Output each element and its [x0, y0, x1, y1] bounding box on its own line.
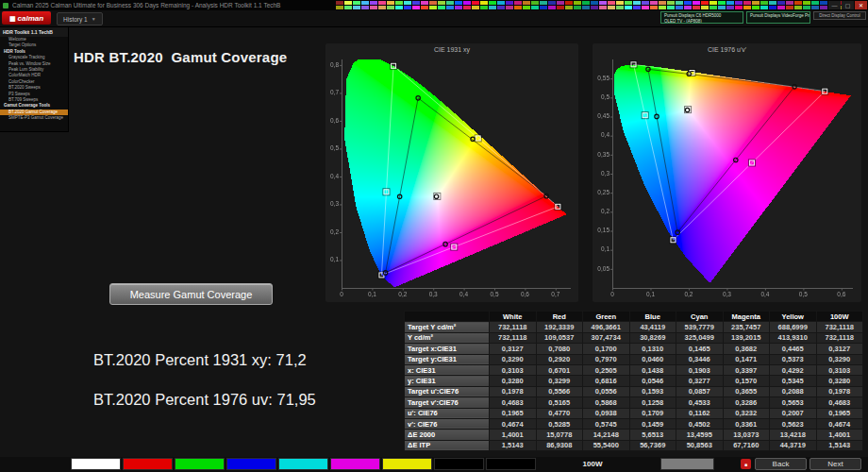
strip-swatch	[480, 1, 488, 5]
calman-logo-button[interactable]: ▦ calman	[2, 11, 51, 25]
corner-cell	[405, 312, 490, 322]
pattern-patches	[71, 458, 536, 470]
strip-swatch	[514, 1, 522, 5]
table-cell: 0,5623	[770, 418, 817, 429]
strip-swatch	[743, 6, 751, 9]
table-cell: 0,3127	[490, 344, 537, 354]
maximize-button[interactable]: ▢	[842, 1, 854, 9]
pattern-patch-5[interactable]	[330, 458, 380, 470]
table-cell: 307,4734	[583, 332, 630, 343]
strip-swatch	[582, 1, 590, 5]
table-cell: 0,0938	[583, 408, 630, 418]
strip-swatch	[616, 6, 624, 9]
cie-1931-chart	[326, 57, 578, 300]
row-label: Target x:CIE31	[405, 344, 490, 354]
pattern-patch-3[interactable]	[226, 458, 276, 470]
pattern-patch-7[interactable]	[434, 458, 484, 470]
strip-swatch	[650, 6, 658, 9]
strip-swatch	[811, 6, 819, 9]
next-button[interactable]: Next	[810, 458, 861, 470]
table-cell: 0,1310	[629, 344, 676, 354]
table-cell: 0,5165	[536, 397, 583, 408]
table-cell: 0,3103	[490, 364, 537, 375]
strip-swatch	[455, 1, 462, 5]
gray-pattern-patch[interactable]	[660, 458, 714, 470]
close-button[interactable]: ✕	[855, 1, 867, 9]
sidebar-item-smpte-p3-gamut-coverage[interactable]: SMPTE-P3 Gamut Coverage	[0, 115, 68, 121]
strip-swatch	[718, 6, 726, 9]
strip-swatch	[497, 1, 505, 5]
strip-swatch	[395, 1, 403, 5]
strip-swatch	[540, 1, 547, 5]
table-cell: 0,0857	[676, 386, 724, 396]
strip-swatch	[591, 6, 598, 9]
minimize-button[interactable]: —	[828, 1, 841, 9]
table-cell: 0,5566	[536, 386, 583, 396]
table-cell: 0,1965	[490, 408, 537, 418]
table-cell: 0,0546	[629, 376, 676, 386]
strip-swatch	[608, 1, 615, 5]
table-cell: 0,1978	[816, 386, 863, 396]
table-cell: 0,1465	[676, 344, 724, 354]
table-cell: 0,4502	[676, 418, 724, 429]
table-cell: 109,0537	[536, 332, 583, 343]
strip-swatch	[438, 6, 445, 9]
stop-icon[interactable]: ■	[741, 459, 751, 469]
table-cell: 56,7369	[629, 440, 676, 450]
table-row: y: CIE310,32800,32990,68160,05460,32770,…	[405, 376, 863, 386]
table-cell: 0,3299	[536, 376, 583, 386]
strip-swatch	[438, 1, 445, 5]
back-button[interactable]: Back	[755, 458, 807, 470]
table-cell: 0,5868	[583, 397, 630, 408]
table-cell: 0,1162	[676, 408, 724, 418]
strip-swatch	[701, 1, 709, 5]
column-header: White	[490, 312, 537, 322]
row-label: y: CIE31	[405, 376, 490, 386]
table-cell: 50,8563	[676, 440, 724, 450]
table-cell: 55,5400	[583, 440, 630, 450]
direct-display-control-button[interactable]: Direct Display Control	[813, 11, 866, 20]
table-row: x: CIE310,31030,67010,25050,14380,19030,…	[405, 364, 863, 375]
table-cell: 688,6999	[770, 322, 817, 332]
table-cell: 0,4674	[490, 418, 537, 429]
pattern-patch-1[interactable]	[123, 458, 173, 470]
pattern-patch-0[interactable]	[71, 458, 121, 470]
table-cell: 44,3719	[770, 440, 817, 450]
table-cell: 0,3232	[723, 408, 770, 418]
history-tab[interactable]: History 1 ▼	[57, 12, 103, 25]
meter-device-button[interactable]: Pursuit Displays C6 HDR5000 OLED TV - (A…	[660, 11, 743, 24]
strip-swatch	[650, 1, 658, 5]
title-bar: Calman 2025 Calman Ultimate for Business…	[0, 0, 868, 10]
pattern-patch-4[interactable]	[278, 458, 328, 470]
strip-swatch	[769, 6, 776, 9]
table-cell: 0,3280	[816, 376, 863, 386]
generator-device-button[interactable]: Pursuit Displays VideoForge Pro-8K	[746, 11, 810, 24]
calman-logo-label: calman	[18, 14, 44, 23]
strip-swatch	[803, 6, 810, 9]
strip-swatch	[582, 6, 590, 9]
strip-swatch	[336, 1, 343, 5]
strip-swatch	[557, 1, 564, 5]
strip-swatch	[378, 6, 386, 9]
strip-swatch	[353, 6, 360, 9]
strip-swatch	[344, 6, 352, 9]
strip-swatch	[693, 6, 700, 9]
measure-gamut-coverage-button[interactable]: Measure Gamut Coverage	[109, 283, 273, 305]
table-cell: 0,2505	[583, 364, 630, 375]
table-cell: 1,4001	[816, 430, 863, 440]
table-cell: 496,3661	[583, 322, 630, 332]
strip-swatch	[684, 6, 692, 9]
table-cell: 539,7779	[676, 322, 724, 332]
strip-swatch	[574, 6, 581, 9]
pattern-patch-6[interactable]	[382, 458, 432, 470]
strip-swatch	[684, 1, 692, 5]
table-cell: 0,4683	[490, 397, 537, 408]
table-row: Target Y cd/m²732,1118192,3339496,366143…	[405, 322, 863, 332]
table-cell: 0,3280	[490, 376, 537, 386]
table-cell: 0,5373	[770, 354, 817, 364]
pattern-patch-2[interactable]	[175, 458, 225, 470]
pattern-patch-8[interactable]	[486, 458, 536, 470]
table-cell: 0,3655	[723, 386, 770, 396]
table-cell: 732,1118	[490, 332, 537, 343]
row-label: u': CIE76	[405, 408, 490, 418]
